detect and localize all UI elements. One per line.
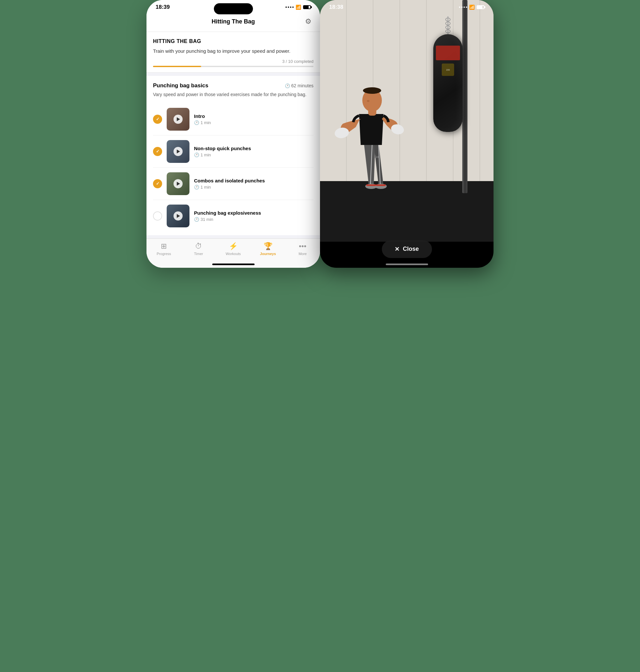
play-button-1[interactable] — [174, 115, 183, 124]
play-button-2[interactable] — [174, 147, 183, 156]
boxing-scene: 150 — [320, 0, 494, 242]
thumb-bg-1 — [167, 108, 189, 131]
close-button[interactable]: ✕ Close — [381, 240, 432, 258]
workout-duration-text: 62 minutes — [291, 83, 314, 88]
battery-fill — [304, 6, 309, 9]
thumb-bg-4 — [167, 204, 189, 227]
duration-text-2: 1 min — [201, 153, 211, 157]
boxer-svg: UA — [330, 62, 408, 205]
check-circle-3 — [153, 179, 162, 188]
battery-fill-right — [477, 6, 482, 9]
content-scroll[interactable]: HITTING THE BAG Train with your punching… — [146, 32, 320, 241]
signal-dot-r4 — [466, 6, 467, 8]
play-triangle-2 — [177, 149, 180, 154]
exercise-item-1[interactable]: Intro 🕐 1 min — [153, 103, 314, 135]
workout-title: Punching bag basics — [153, 82, 208, 89]
tab-more[interactable]: ••• More — [285, 242, 320, 256]
exercise-duration-3: 🕐 1 min — [194, 185, 314, 189]
dynamic-island — [214, 3, 253, 14]
clock-icon-header: 🕐 — [285, 83, 290, 88]
exercise-thumb-1 — [167, 108, 189, 131]
exercise-info-3: Combos and isolated punches 🕐 1 min — [194, 178, 314, 189]
exercise-name-3: Combos and isolated punches — [194, 178, 314, 183]
signal-dots — [286, 6, 294, 8]
status-icons-left: 📶 — [286, 4, 311, 10]
punching-bag: 150 — [433, 16, 463, 132]
home-indicator-left — [212, 263, 254, 265]
signal-dot-2 — [288, 6, 289, 8]
video-area: 150 — [320, 0, 494, 242]
exercise-thumb-4 — [167, 204, 189, 227]
timer-tab-label: Timer — [194, 252, 203, 256]
bag-stripe-top — [436, 46, 460, 60]
workouts-tab-label: Workouts — [226, 252, 241, 256]
signal-dot-r2 — [461, 6, 463, 8]
exercise-item-2[interactable]: Non-stop quick punches 🕐 1 min — [153, 135, 314, 168]
progress-text: 3 / 10 completed — [153, 59, 314, 64]
workout-section: Punching bag basics 🕐 62 minutes Vary sp… — [146, 76, 320, 235]
clock-icon-3: 🕐 — [194, 185, 199, 189]
timer-tab-icon: ⏱ — [195, 242, 202, 251]
tab-timer[interactable]: ⏱ Timer — [181, 242, 216, 256]
signal-dot-r1 — [459, 6, 460, 8]
exercise-item-3[interactable]: Combos and isolated punches 🕐 1 min — [153, 168, 314, 200]
close-x-icon: ✕ — [395, 246, 399, 253]
play-button-3[interactable] — [174, 179, 183, 188]
bag-logo: 150 — [442, 63, 454, 76]
duration-text-4: 31 min — [201, 217, 213, 222]
section-title: HITTING THE BAG — [153, 39, 314, 44]
status-time-right: 18:38 — [329, 4, 343, 11]
play-button-4[interactable] — [174, 211, 183, 220]
status-bar-right: 18:38 📶 — [320, 0, 494, 13]
workout-desc: Vary speed and power in those varied exe… — [153, 91, 314, 98]
exercise-thumb-2 — [167, 140, 189, 163]
progress-bar-fill — [153, 66, 201, 67]
thumb-bg-2 — [167, 140, 189, 163]
clock-icon-2: 🕐 — [194, 153, 199, 157]
section-description: Train with your punching bag to improve … — [153, 47, 314, 54]
battery-icon-right — [477, 5, 484, 9]
workout-header: Punching bag basics 🕐 62 minutes — [153, 82, 314, 89]
right-phone: 18:38 📶 — [320, 0, 494, 268]
battery-icon — [303, 5, 311, 9]
bag-chain-svg — [443, 16, 453, 34]
exercise-info-4: Punching bag explosiveness 🕐 31 min — [194, 210, 314, 222]
tab-workouts[interactable]: ⚡ Workouts — [216, 242, 251, 256]
duration-text-3: 1 min — [201, 185, 211, 189]
play-triangle-3 — [177, 182, 180, 186]
signal-dot-1 — [286, 6, 287, 8]
more-tab-icon: ••• — [299, 242, 306, 251]
exercise-list: Intro 🕐 1 min — [153, 103, 314, 232]
left-phone: 18:39 📶 Hitting The Bag ⚙ — [146, 0, 320, 268]
exercise-name-2: Non-stop quick punches — [194, 146, 314, 151]
exercise-duration-4: 🕐 31 min — [194, 217, 314, 222]
signal-dots-right — [459, 6, 467, 8]
more-tab-label: More — [299, 252, 307, 256]
check-circle-4 — [153, 211, 162, 220]
tab-progress[interactable]: ⊞ Progress — [146, 242, 181, 256]
progress-tab-icon: ⊞ — [161, 242, 167, 251]
section-header: HITTING THE BAG Train with your punching… — [146, 32, 320, 73]
thumb-bg-3 — [167, 172, 189, 195]
check-circle-2 — [153, 147, 162, 156]
exercise-name-1: Intro — [194, 113, 314, 119]
page-title: Hitting The Bag — [163, 18, 303, 25]
play-triangle-4 — [177, 214, 180, 218]
wifi-icon-right: 📶 — [469, 4, 475, 10]
journeys-tab-icon: 🏆 — [264, 242, 273, 251]
exercise-duration-2: 🕐 1 min — [194, 153, 314, 157]
bag-pole — [462, 0, 467, 193]
svg-point-14 — [367, 100, 369, 102]
status-time-left: 18:39 — [156, 4, 170, 11]
exercise-info-2: Non-stop quick punches 🕐 1 min — [194, 146, 314, 157]
exercise-info-1: Intro 🕐 1 min — [194, 113, 314, 125]
progress-tab-label: Progress — [157, 252, 171, 256]
tab-journeys[interactable]: 🏆 Journeys — [251, 242, 286, 256]
duration-text-1: 1 min — [201, 120, 211, 125]
gear-icon: ⚙ — [305, 17, 311, 26]
exercise-item-4[interactable]: Punching bag explosiveness 🕐 31 min — [153, 200, 314, 232]
journeys-tab-label: Journeys — [260, 252, 276, 256]
settings-button[interactable]: ⚙ — [303, 16, 314, 27]
header: Hitting The Bag ⚙ — [146, 13, 320, 32]
svg-point-13 — [363, 87, 381, 94]
